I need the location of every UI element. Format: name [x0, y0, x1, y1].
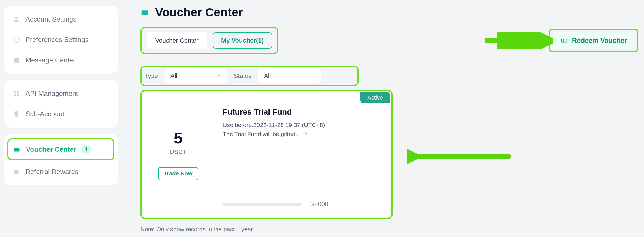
page-title-row: Voucher Center [140, 6, 638, 19]
top-row: Voucher Center My Voucher(1) Redeem Vouc… [140, 27, 638, 60]
filter-status-select[interactable]: All [258, 69, 321, 83]
filter-type-value: All [170, 72, 177, 80]
trade-now-button[interactable]: Trade Now [158, 167, 198, 180]
page-title: Voucher Center [155, 6, 243, 19]
voucher-progress-bar [223, 203, 302, 206]
sidebar-item-label: Preferences Settings [25, 36, 89, 44]
sidebar-item-account-settings[interactable]: Account Settings [4, 9, 118, 29]
filter-type-select[interactable]: All [165, 69, 227, 83]
svg-rect-5 [14, 94, 16, 96]
sidebar-group-api: API Management Sub-Account [4, 80, 118, 128]
sidebar-item-label: Account Settings [25, 15, 76, 23]
tab-my-voucher[interactable]: My Voucher(1) [213, 32, 272, 49]
voucher-amount: 5 [174, 129, 182, 147]
svg-rect-11 [561, 39, 567, 42]
voucher-card-highlight: 5 USDT Trade Now Active Futures Trial Fu… [140, 90, 393, 219]
user-icon [12, 15, 20, 23]
voucher-card: 5 USDT Trade Now Active Futures Trial Fu… [143, 92, 390, 217]
voucher-description-row[interactable]: The Trial Fund will be gifted… [223, 131, 382, 137]
voucher-description: The Trial Fund will be gifted… [223, 131, 301, 137]
svg-rect-7 [15, 111, 18, 116]
svg-rect-9 [14, 170, 19, 171]
status-badge: Active [360, 92, 390, 103]
arrow-right-annotation [485, 32, 553, 49]
sidebar: Account Settings Preferences Settings Me… [4, 6, 118, 231]
redeem-highlight: Redeem Voucher [549, 29, 638, 52]
sidebar-item-label: Sub-Account [25, 110, 64, 118]
sidebar-item-api-management[interactable]: API Management [4, 83, 118, 104]
inbox-icon [12, 56, 20, 64]
main-content: Voucher Center Voucher Center My Voucher… [118, 6, 638, 231]
svg-rect-2 [14, 58, 19, 63]
sidebar-item-voucher-center[interactable]: Voucher Center 1 [7, 138, 114, 160]
sidebar-group-account: Account Settings Preferences Settings Me… [4, 6, 118, 74]
filter-type-label: Type [144, 72, 158, 80]
filter-status-label: Status [234, 72, 251, 80]
tab-voucher-center[interactable]: Voucher Center [147, 32, 207, 49]
redeem-voucher-button[interactable]: Redeem Voucher [553, 32, 634, 49]
wallet-icon [13, 145, 21, 153]
svg-rect-6 [17, 94, 19, 96]
clipboard-icon [12, 110, 20, 118]
svg-point-0 [15, 17, 18, 19]
svg-point-1 [14, 37, 19, 43]
sidebar-item-sub-account[interactable]: Sub-Account [4, 104, 118, 124]
voucher-unit: USDT [170, 148, 187, 156]
sidebar-item-message-center[interactable]: Message Center [4, 50, 118, 70]
voucher-progress-text: 0/2000 [309, 200, 328, 208]
sidebar-item-referral-rewards[interactable]: Referral Rewards [4, 162, 118, 182]
sidebar-group-voucher: Voucher Center 1 Referral Rewards [4, 134, 118, 185]
voucher-card-left: 5 USDT Trade Now [143, 92, 214, 217]
chevron-right-icon [304, 131, 309, 137]
sidebar-item-label: Referral Rewards [25, 168, 78, 176]
sidebar-item-label: API Management [25, 90, 78, 98]
filters-highlight: Type All Status All [140, 66, 359, 86]
filter-status-value: All [264, 72, 271, 80]
sidebar-badge: 1 [81, 145, 91, 154]
svg-rect-3 [14, 91, 16, 93]
svg-rect-4 [17, 91, 19, 93]
voucher-card-right: Active Futures Trial Fund Use before:202… [214, 92, 390, 217]
sidebar-item-label: Message Center [25, 56, 75, 64]
sidebar-item-preferences-settings[interactable]: Preferences Settings [4, 29, 118, 50]
sliders-icon [12, 36, 20, 44]
chevron-down-icon [310, 72, 315, 80]
voucher-progress-row: 0/2000 [223, 200, 382, 211]
sidebar-item-label: Voucher Center [26, 145, 76, 153]
voucher-title: Futures Trial Fund [223, 107, 382, 117]
chevron-down-icon [216, 72, 221, 80]
gift-icon [12, 168, 20, 176]
wallet-icon [140, 8, 150, 17]
arrow-left-annotation [407, 147, 514, 166]
svg-rect-8 [14, 171, 18, 174]
footer-note: Note: Only show records in the past 1 ye… [140, 226, 638, 233]
voucher-use-before: Use before:2022-11-28 19:37 (UTC+8) [223, 122, 382, 128]
tabs-highlight: Voucher Center My Voucher(1) [140, 27, 278, 54]
redeem-label: Redeem Voucher [572, 37, 627, 45]
ticket-icon [560, 37, 568, 45]
grid-icon [12, 90, 20, 98]
